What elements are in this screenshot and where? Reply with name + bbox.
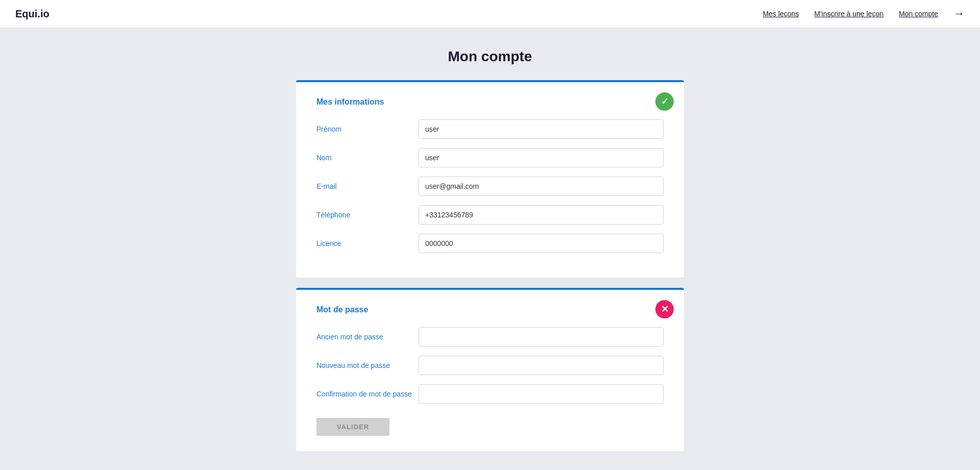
validate-button[interactable]: VALIDER	[316, 418, 389, 436]
prenom-label: Prénom	[316, 125, 419, 133]
page-title: Mon compte	[296, 48, 684, 65]
email-input[interactable]	[419, 177, 664, 196]
logout-button[interactable]: →	[953, 7, 965, 20]
new-password-row: Nouveau mot de passe	[316, 356, 664, 375]
confirm-password-label: Confirmation de mot de passe	[316, 390, 419, 398]
nom-row: Nom	[316, 148, 664, 167]
navbar-links: Mes leçons M'inscrire à une leçon Mon co…	[763, 7, 965, 20]
old-password-input[interactable]	[419, 327, 664, 347]
new-password-label: Nouveau mot de passe	[316, 361, 419, 369]
confirm-password-row: Confirmation de mot de passe	[316, 384, 664, 404]
licence-row: Licence	[316, 234, 664, 253]
telephone-row: Téléphone	[316, 205, 664, 225]
old-password-label: Ancien mot de passe	[316, 333, 419, 341]
nom-label: Nom	[316, 154, 419, 162]
prenom-row: Prénom	[316, 119, 664, 139]
password-card-title: Mot de passe	[316, 305, 664, 314]
prenom-input[interactable]	[419, 119, 664, 139]
nav-inscrire-lecon[interactable]: M'inscrire à une leçon	[814, 10, 884, 18]
password-card-badge: ✕	[655, 300, 674, 318]
nom-input[interactable]	[419, 148, 664, 167]
telephone-input[interactable]	[419, 205, 664, 225]
info-card: Mes informations ✓ Prénom Nom E-mail Tél…	[296, 80, 684, 278]
confirm-password-input[interactable]	[419, 384, 664, 404]
navbar: Equi.io Mes leçons M'inscrire à une leço…	[0, 0, 980, 28]
licence-label: Licence	[316, 239, 419, 248]
email-label: E-mail	[316, 182, 419, 190]
telephone-label: Téléphone	[316, 211, 419, 219]
brand-logo[interactable]: Equi.io	[15, 8, 50, 20]
email-row: E-mail	[316, 177, 664, 196]
info-card-title: Mes informations	[316, 97, 664, 107]
licence-input[interactable]	[419, 234, 664, 253]
main-content: Mon compte Mes informations ✓ Prénom Nom…	[286, 28, 694, 470]
old-password-row: Ancien mot de passe	[316, 327, 664, 347]
password-card: Mot de passe ✕ Ancien mot de passe Nouve…	[296, 288, 684, 451]
nav-mon-compte[interactable]: Mon compte	[899, 10, 938, 18]
new-password-input[interactable]	[419, 356, 664, 375]
nav-mes-lecons[interactable]: Mes leçons	[763, 10, 799, 18]
info-card-badge: ✓	[655, 92, 674, 111]
